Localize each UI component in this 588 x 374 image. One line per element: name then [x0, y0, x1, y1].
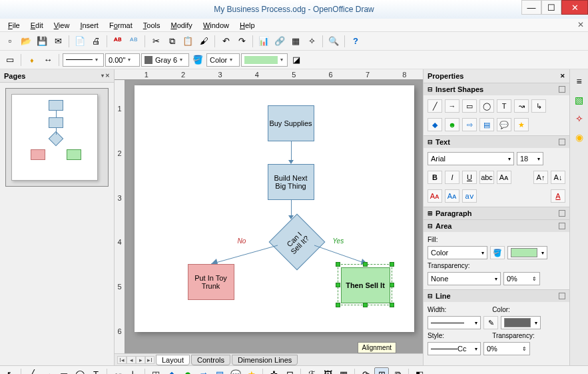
- line-style-combo[interactable]: ▾: [63, 53, 104, 67]
- line-style-combo2[interactable]: Cc▾: [428, 342, 481, 355]
- navigator-icon[interactable]: ✧: [304, 34, 319, 49]
- shrink-font-button[interactable]: Aᴀ: [445, 189, 459, 203]
- points-tool-icon[interactable]: ✜: [266, 367, 281, 375]
- fill-type-combo2[interactable]: Color▾: [428, 246, 487, 259]
- menu-file[interactable]: File: [3, 20, 25, 31]
- ellipse-tool-icon[interactable]: ◯: [73, 367, 87, 375]
- shadow-button[interactable]: Aᴀ: [497, 171, 511, 184]
- tab-nav-first[interactable]: I◂: [117, 356, 127, 364]
- sidebar-navigator-icon[interactable]: ✧: [573, 112, 586, 125]
- flowchart-box-1[interactable]: Buy Supplies: [268, 105, 314, 141]
- arrow-tool-icon[interactable]: →: [41, 367, 55, 375]
- flowchart-decision[interactable]: Can I Sell It?: [277, 222, 317, 262]
- shape-arrow2-icon[interactable]: ⇨: [462, 118, 477, 131]
- page-thumbnail-1[interactable]: [5, 88, 109, 187]
- symbol-tool-icon[interactable]: ☻: [180, 367, 195, 375]
- selected-shape[interactable]: Then Sell It: [338, 264, 392, 305]
- glue-tool-icon[interactable]: ⊡: [282, 367, 297, 375]
- line-color-combo[interactable]: Gray 6▾: [141, 53, 189, 67]
- arrange-tool-icon[interactable]: ⧉: [390, 367, 405, 375]
- font-size-combo[interactable]: 18▾: [517, 152, 543, 165]
- zoom-icon[interactable]: 🔍: [326, 34, 341, 49]
- shape-curve-icon[interactable]: ↝: [514, 99, 529, 113]
- shape-rect-icon[interactable]: ▭: [462, 99, 477, 113]
- pages-panel-close-icon[interactable]: ▾ ✕: [101, 73, 110, 79]
- line-tool-icon[interactable]: ╱: [25, 367, 39, 375]
- format-paint-icon[interactable]: 🖌: [196, 34, 211, 49]
- save-icon[interactable]: 💾: [35, 34, 49, 49]
- line-arrow-icon[interactable]: ↔: [41, 53, 55, 67]
- from-file-icon[interactable]: 🖼: [320, 367, 335, 375]
- shape-arrow-icon[interactable]: →: [445, 99, 459, 113]
- menu-window[interactable]: Window: [198, 20, 234, 31]
- maximize-button[interactable]: ☐: [541, 0, 561, 15]
- shape-callout-icon[interactable]: 💬: [497, 118, 511, 131]
- properties-close-icon[interactable]: ✕: [560, 73, 565, 79]
- line-trans-spinner[interactable]: 0%⇕: [483, 342, 530, 355]
- underline-button[interactable]: U: [462, 171, 477, 184]
- rotate-tool-icon[interactable]: ⟳: [358, 367, 373, 375]
- tab-controls[interactable]: Controls: [191, 355, 230, 365]
- tab-layout[interactable]: Layout: [156, 355, 190, 365]
- 3d-tool-icon[interactable]: ◫: [148, 367, 163, 375]
- sidebar-properties-icon[interactable]: ≡: [573, 75, 586, 88]
- fontwork-tool-icon[interactable]: ℱ: [304, 367, 319, 375]
- highlight-button[interactable]: aⅴ: [462, 189, 477, 203]
- hyperlink-icon[interactable]: 🔗: [272, 34, 287, 49]
- tab-nav-last[interactable]: ▸I: [145, 356, 154, 364]
- line-header[interactable]: Line: [436, 292, 451, 300]
- grow-font-button[interactable]: Aᴀ: [428, 189, 442, 203]
- autocheck-icon[interactable]: ᴬᴮ: [127, 34, 141, 49]
- close-document-icon[interactable]: ✕: [577, 20, 584, 29]
- extrusion-tool-icon[interactable]: ◧: [412, 367, 427, 375]
- shape-basic-icon[interactable]: ◆: [428, 118, 442, 131]
- menu-format[interactable]: Format: [104, 20, 138, 31]
- print-icon[interactable]: 🖨: [89, 34, 103, 49]
- menu-help[interactable]: Help: [234, 20, 260, 31]
- area-header[interactable]: Area: [436, 222, 451, 230]
- menu-view[interactable]: View: [49, 20, 75, 31]
- font-color-button[interactable]: A: [551, 189, 565, 203]
- flowchart-tool-icon[interactable]: ▤: [212, 367, 227, 375]
- copy-icon[interactable]: ⧉: [164, 34, 179, 49]
- line-width-combo2[interactable]: ▾: [428, 316, 481, 329]
- shape-flowchart-icon[interactable]: ▤: [479, 118, 494, 131]
- tab-nav-prev[interactable]: ◂: [127, 356, 136, 364]
- block-arrows-tool-icon[interactable]: ⇨: [196, 367, 211, 375]
- menu-insert[interactable]: Insert: [75, 20, 104, 31]
- line-end-style-icon[interactable]: ⬧: [25, 53, 39, 67]
- fill-type-combo[interactable]: Color▾: [206, 53, 240, 67]
- super-button[interactable]: A↑: [533, 171, 548, 184]
- shape-connector-icon[interactable]: ↳: [531, 99, 546, 113]
- strike-button[interactable]: abc: [479, 171, 494, 184]
- shape-star-icon[interactable]: ★: [514, 118, 529, 131]
- minimize-button[interactable]: —: [521, 0, 541, 15]
- shape-text-icon[interactable]: T: [497, 99, 511, 113]
- bold-button[interactable]: B: [428, 171, 442, 184]
- undo-icon[interactable]: ↶: [218, 34, 233, 49]
- connector-tool-icon[interactable]: ↳: [127, 367, 141, 375]
- gallery-tool-icon[interactable]: ▦: [336, 367, 351, 375]
- table-icon[interactable]: ▦: [288, 34, 303, 49]
- paragraph-header[interactable]: Paragraph: [436, 209, 471, 217]
- insert-shapes-header[interactable]: Insert Shapes: [436, 85, 483, 93]
- callout-tool-icon[interactable]: 💬: [228, 367, 243, 375]
- text-tool-icon[interactable]: T: [89, 367, 103, 375]
- chart-icon[interactable]: 📊: [256, 34, 271, 49]
- line-width-combo[interactable]: 0.00"▾: [105, 53, 140, 67]
- rect-tool-icon[interactable]: ▭: [57, 367, 71, 375]
- redo-icon[interactable]: ↷: [234, 34, 249, 49]
- line-color-combo2[interactable]: ▾: [501, 316, 541, 329]
- transparency-value-spinner[interactable]: 0%⇕: [503, 272, 540, 285]
- menu-edit[interactable]: Edit: [25, 20, 49, 31]
- sidebar-gallery-icon[interactable]: ▧: [573, 93, 586, 107]
- shadow-icon[interactable]: ◪: [289, 53, 304, 67]
- flowchart-box-2[interactable]: Build Next Big Thing: [268, 164, 314, 200]
- sidebar-styles-icon[interactable]: ◉: [573, 131, 586, 144]
- pen-icon[interactable]: ✎: [483, 316, 498, 329]
- close-button[interactable]: ✕: [561, 0, 588, 15]
- menu-tools[interactable]: Tools: [138, 20, 166, 31]
- shape-line-icon[interactable]: ╱: [428, 99, 442, 113]
- basic-shapes-tool-icon[interactable]: ◆: [164, 367, 179, 375]
- paste-icon[interactable]: 📋: [180, 34, 195, 49]
